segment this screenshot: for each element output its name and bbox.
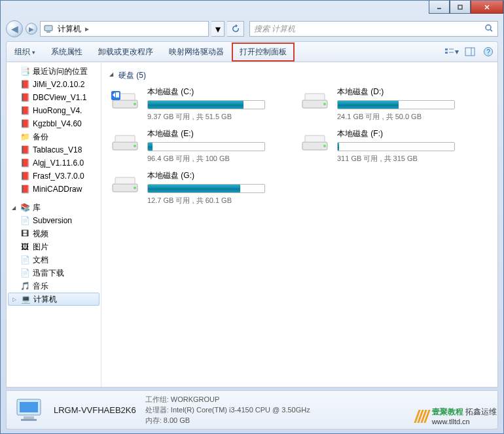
sidebar-lib-music[interactable]: 🎵音乐 (7, 280, 101, 293)
preview-pane-button[interactable] (461, 45, 479, 59)
sidebar-item[interactable]: 📕DBCView_V1.1 (7, 91, 101, 104)
sidebar-backup[interactable]: 📁备份 (7, 130, 101, 143)
svg-point-27 (323, 145, 326, 147)
archive-icon: 📕 (20, 158, 30, 168)
drive-item[interactable]: 本地磁盘 (D:)24.1 GB 可用 , 共 50.0 GB (299, 86, 463, 122)
folder-icon: 📁 (20, 132, 30, 142)
svg-point-6 (486, 25, 491, 30)
view-options-button[interactable]: ▾ (442, 45, 461, 59)
music-icon: 🎵 (20, 281, 30, 291)
sidebar-lib-pictures[interactable]: 🖼图片 (7, 240, 101, 253)
computer-icon (43, 24, 54, 34)
computer-icon: 💻 (20, 294, 31, 304)
drive-stats: 9.37 GB 可用 , 共 51.5 GB (147, 112, 273, 122)
sidebar-item[interactable]: 📕Algj_V1.11.6.0 (7, 156, 101, 170)
archive-icon: 📕 (20, 79, 30, 90)
archive-icon: 📕 (20, 171, 30, 181)
drive-icon (299, 128, 331, 154)
drive-stats: 12.7 GB 可用 , 共 60.1 GB (147, 196, 273, 206)
drive-usage-bar (337, 142, 455, 151)
organize-button[interactable]: 组织 (7, 43, 43, 62)
sidebar-item[interactable]: 📕MiniCADDraw (7, 183, 101, 196)
document-icon: 📄 (20, 255, 30, 265)
drive-item[interactable]: 本地磁盘 (C:)9.37 GB 可用 , 共 51.5 GB (109, 86, 273, 122)
computer-large-icon (13, 394, 45, 425)
memory-value: 8.00 GB (164, 416, 190, 424)
computer-name: LRGM-VVFHAEB2K6 (54, 405, 136, 415)
content-area: 硬盘 (5) 本地磁盘 (C:)9.37 GB 可用 , 共 51.5 GB本地… (101, 62, 497, 387)
drive-stats: 24.1 GB 可用 , 共 50.0 GB (337, 112, 463, 122)
sidebar-item[interactable]: 📕Kgzbbl_V4.60 (7, 117, 101, 130)
archive-icon: 📕 (20, 105, 30, 116)
system-properties-button[interactable]: 系统属性 (43, 43, 90, 62)
drive-name: 本地磁盘 (E:) (147, 128, 273, 139)
svg-line-7 (490, 29, 492, 31)
drive-name: 本地磁盘 (G:) (147, 170, 273, 181)
help-button[interactable]: ? (479, 45, 497, 59)
uninstall-button[interactable]: 卸载或更改程序 (90, 43, 161, 62)
back-button[interactable]: ◀ (6, 20, 23, 37)
sidebar-item[interactable]: 📕Frasf_V3.7.0.0 (7, 170, 101, 183)
drive-name: 本地磁盘 (C:) (147, 86, 273, 98)
drive-name: 本地磁盘 (D:) (337, 86, 463, 98)
sidebar-libraries[interactable]: 📚库 (7, 201, 101, 214)
sidebar-item[interactable]: 📕HuoRong_V4. (7, 104, 101, 117)
cpu-value: Intel(R) Core(TM) i3-4150 CPU @ 3.50GHz (171, 406, 310, 414)
titlebar (1, 1, 503, 19)
svg-rect-4 (45, 26, 52, 31)
svg-rect-1 (458, 5, 462, 9)
control-panel-button[interactable]: 打开控制面板 (232, 43, 295, 62)
drive-icon (109, 170, 141, 196)
drive-stats: 311 GB 可用 , 共 315 GB (337, 154, 463, 164)
drive-item[interactable]: 本地磁盘 (F:)311 GB 可用 , 共 315 GB (299, 128, 463, 164)
sidebar-lib-downloads[interactable]: 📄迅雷下载 (7, 266, 101, 280)
svg-rect-34 (24, 416, 34, 419)
drive-item[interactable]: 本地磁盘 (G:)12.7 GB 可用 , 共 60.1 GB (109, 170, 273, 206)
svg-rect-25 (115, 136, 135, 142)
archive-icon: 📕 (20, 145, 30, 155)
refresh-button[interactable] (227, 21, 244, 37)
maximize-button[interactable] (450, 1, 471, 14)
drive-name: 本地磁盘 (F:) (337, 128, 463, 139)
svg-rect-35 (21, 419, 37, 421)
sidebar-item[interactable]: 📕Tablacus_V18 (7, 143, 101, 156)
map-drive-button[interactable]: 映射网络驱动器 (161, 43, 232, 62)
picture-icon: 🖼 (20, 242, 30, 252)
minimize-button[interactable] (429, 1, 450, 14)
svg-point-17 (134, 103, 136, 105)
drive-icon (109, 86, 141, 113)
section-hard-drives[interactable]: 硬盘 (5) (109, 67, 490, 86)
sidebar-lib-documents[interactable]: 📄文档 (7, 253, 101, 266)
forward-button[interactable]: ▶ (26, 23, 37, 35)
svg-rect-9 (445, 52, 448, 54)
address-dropdown[interactable]: ▾ (211, 21, 225, 37)
video-icon: 🎞 (20, 228, 30, 239)
library-icon: 📚 (20, 202, 30, 213)
breadcrumb-separator[interactable]: ▸ (82, 24, 92, 33)
breadcrumb-computer[interactable]: 计算机 (56, 24, 82, 35)
subversion-icon: 📄 (20, 215, 30, 226)
navigation-bar: ◀ ▶ 计算机 ▸ ▾ 搜索 计算机 (6, 19, 498, 39)
drive-stats: 96.4 GB 可用 , 共 100 GB (147, 154, 273, 164)
address-bar[interactable]: 计算机 ▸ (40, 21, 209, 37)
drive-icon (299, 86, 331, 113)
sidebar-computer[interactable]: 💻计算机 (8, 293, 99, 306)
svg-point-30 (134, 187, 136, 189)
sidebar-item[interactable]: 📕JiMi_V2.0.10.2 (7, 78, 101, 91)
search-icon (484, 24, 494, 35)
svg-rect-28 (305, 136, 325, 142)
close-button[interactable] (471, 1, 503, 14)
drive-icon (109, 128, 141, 154)
svg-rect-22 (305, 94, 325, 100)
svg-rect-5 (46, 31, 50, 33)
drive-item[interactable]: 本地磁盘 (E:)96.4 GB 可用 , 共 100 GB (109, 128, 273, 164)
svg-rect-12 (465, 48, 475, 56)
archive-icon: 📕 (20, 92, 30, 103)
search-input[interactable]: 搜索 计算机 (249, 21, 498, 37)
recent-icon: 📑 (20, 66, 30, 77)
archive-icon: 📕 (20, 184, 30, 194)
sidebar: 📑最近访问的位置 📕JiMi_V2.0.10.2 📕DBCView_V1.1 📕… (7, 62, 101, 387)
sidebar-lib-videos[interactable]: 🎞视频 (7, 227, 101, 240)
sidebar-lib-subversion[interactable]: 📄Subversion (7, 214, 101, 227)
sidebar-recent[interactable]: 📑最近访问的位置 (7, 65, 101, 78)
